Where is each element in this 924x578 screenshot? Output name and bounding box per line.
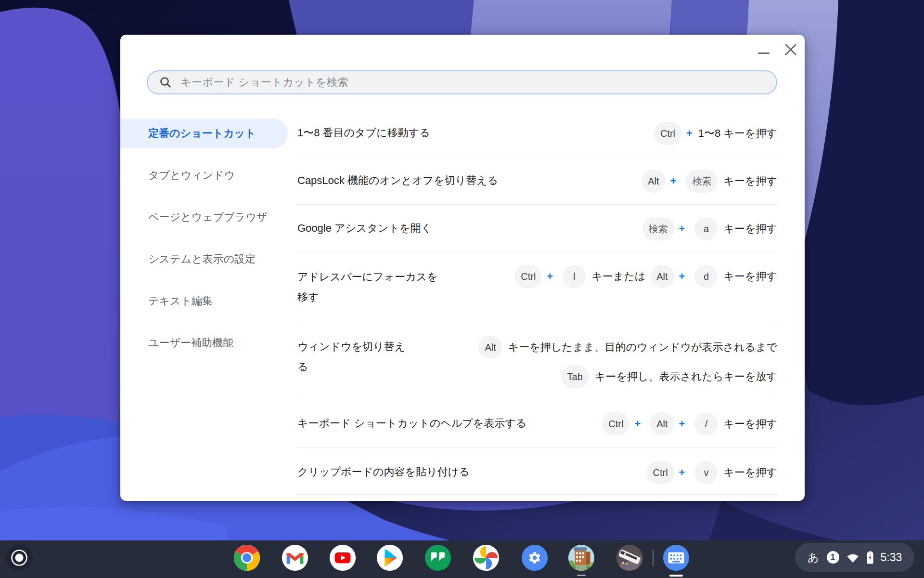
shortcut-row: 1〜8 番目のタブに移動するCtrl+1〜8 キーを押す <box>297 111 777 155</box>
key-cap: Alt <box>650 265 674 288</box>
shortcut-row: Google アシスタントを開く検索+aキーを押す <box>297 205 777 252</box>
key-instruction: キーを押す <box>723 269 777 284</box>
shortcut-keys: 検索+aキーを押す <box>642 217 777 240</box>
sidebar-item-label: システムと表示の設定 <box>148 252 256 266</box>
search-input[interactable]: キーボード ショートカットを検索 <box>147 70 777 94</box>
minimize-button[interactable] <box>758 53 770 54</box>
key-instruction: 1〜8 キーを押す <box>698 126 777 141</box>
keyboard-shortcuts-icon <box>662 543 691 572</box>
shelf-app-youtube[interactable] <box>328 543 357 572</box>
shortcuts-dialog: キーボード ショートカットを検索 定番のショートカットタブとウィンドウページとウ… <box>120 35 805 501</box>
shelf-app-gmail[interactable] <box>281 543 309 572</box>
wifi-icon <box>846 551 860 564</box>
key-cap: 検索 <box>686 170 718 193</box>
sidebar-item-1[interactable]: タブとウィンドウ <box>120 160 235 190</box>
shortcut-keys: Ctrl+1〜8 キーを押す <box>654 122 777 145</box>
play-store-icon <box>375 543 404 572</box>
system-tray[interactable]: あ 1 5:33 <box>795 543 914 572</box>
shelf-app-photos[interactable] <box>472 543 500 572</box>
key-instruction: キーを押す <box>723 417 777 431</box>
search-icon <box>159 76 172 89</box>
shortcut-keys: Ctrl+lキーまたはAlt+dキーを押す <box>514 265 777 288</box>
sidebar-item-5[interactable]: ユーザー補助機能 <box>120 328 233 358</box>
shortcut-description: アドレスバーにフォーカスを移す <box>297 267 451 307</box>
plus-separator: + <box>634 418 641 430</box>
shelf-separator <box>653 550 654 566</box>
notification-badge: 1 <box>827 551 839 564</box>
plus-separator: + <box>547 270 553 283</box>
key-instruction: キーを押す <box>723 174 777 188</box>
key-cap: a <box>694 217 718 240</box>
shortcut-description: 1〜8 番目のタブに移動する <box>297 123 430 143</box>
key-instruction: キーまたは <box>591 269 645 284</box>
key-cap: l <box>563 265 586 288</box>
shortcut-description: CapsLock 機能のオンとオフを切り替える <box>297 171 498 191</box>
key-instruction: キーを押し、表示されたらキーを放す <box>595 369 777 384</box>
shortcut-keys: Altキーを押したまま、目的のウィンドウが表示されるまで <box>478 336 777 359</box>
city-game-icon <box>567 543 596 572</box>
key-cap: 検索 <box>642 217 674 240</box>
shortcut-row: CapsLock 機能のオンとオフを切り替えるAlt+検索キーを押す <box>297 155 777 205</box>
shelf: あ 1 5:33 <box>0 540 924 578</box>
shortcut-row: キーボード ショートカットのヘルプを表示するCtrl+Alt+/キーを押す <box>297 400 777 447</box>
shelf-app-hangouts[interactable] <box>424 543 452 572</box>
plus-separator: + <box>679 466 685 479</box>
sidebar-item-0[interactable]: 定番のショートカット <box>120 118 288 148</box>
key-cap: Alt <box>642 170 665 193</box>
settings-icon <box>520 543 549 572</box>
sidebar-item-label: 定番のショートカット <box>148 126 256 141</box>
shortcut-description: キーボード ショートカットのヘルプを表示する <box>297 413 526 434</box>
launcher-icon <box>5 543 34 572</box>
hangouts-icon <box>424 543 452 572</box>
key-cap: v <box>694 461 718 484</box>
shortcut-keys: Ctrl+vキーを押す <box>646 461 777 484</box>
shortcut-description: Google アシスタントを開く <box>297 218 432 238</box>
key-cap: Tab <box>561 365 589 388</box>
shortcut-description: ウィンドウを切り替える <box>297 337 413 377</box>
shelf-app-city-game[interactable] <box>567 543 596 572</box>
ime-indicator: あ <box>808 550 819 565</box>
sidebar-item-label: ユーザー補助機能 <box>148 336 233 350</box>
sidebar-item-3[interactable]: システムと表示の設定 <box>120 244 256 274</box>
sidebar-item-2[interactable]: ページとウェブブラウザ <box>120 202 267 232</box>
key-instruction: キーを押す <box>723 222 777 236</box>
key-cap: / <box>694 412 718 435</box>
plus-separator: + <box>679 270 685 283</box>
search-placeholder: キーボード ショートカットを検索 <box>180 75 348 90</box>
key-cap: Ctrl <box>602 412 629 435</box>
key-cap: Ctrl <box>654 122 681 145</box>
plus-separator: + <box>679 418 685 430</box>
plus-separator: + <box>670 175 677 187</box>
sidebar-item-label: テキスト編集 <box>148 294 213 308</box>
gmail-icon <box>281 543 309 572</box>
plus-separator: + <box>686 127 693 140</box>
shelf-app-chrome[interactable] <box>232 543 261 572</box>
bus-game-icon <box>615 543 644 572</box>
shelf-app-bus-game[interactable] <box>615 543 644 572</box>
key-instruction: キーを押したまま、目的のウィンドウが表示されるまで <box>508 340 777 355</box>
shelf-app-keyboard-shortcuts[interactable] <box>662 543 691 572</box>
key-cap: Alt <box>650 412 674 435</box>
youtube-icon <box>328 543 357 572</box>
shortcut-row: アドレスバーにフォーカスを移すCtrl+lキーまたはAlt+dキーを押す <box>297 252 777 323</box>
shortcut-row: ウィンドウを切り替えるAltキーを押したまま、目的のウィンドウが表示されるまでT… <box>297 323 777 400</box>
shelf-app-play-store[interactable] <box>375 543 404 572</box>
sidebar-item-label: ページとウェブブラウザ <box>148 210 267 224</box>
shelf-app-settings[interactable] <box>520 543 549 572</box>
key-cap: d <box>694 265 718 288</box>
shortcut-keys: Tabキーを押し、表示されたらキーを放す <box>561 365 777 388</box>
battery-icon <box>866 551 874 564</box>
close-button[interactable] <box>783 42 798 57</box>
key-cap: Ctrl <box>514 265 542 288</box>
running-indicator <box>577 575 586 576</box>
sidebar-item-label: タブとウィンドウ <box>148 168 235 183</box>
clock: 5:33 <box>881 551 902 564</box>
shortcut-row: クリップボードの内容を貼り付けるCtrl+vキーを押す <box>297 447 777 495</box>
chrome-icon <box>232 543 261 572</box>
active-indicator <box>669 575 683 577</box>
plus-separator: + <box>679 223 685 235</box>
photos-icon <box>472 543 500 572</box>
sidebar-item-4[interactable]: テキスト編集 <box>120 286 213 316</box>
launcher-button[interactable] <box>5 543 34 572</box>
key-cap: Ctrl <box>646 461 674 484</box>
